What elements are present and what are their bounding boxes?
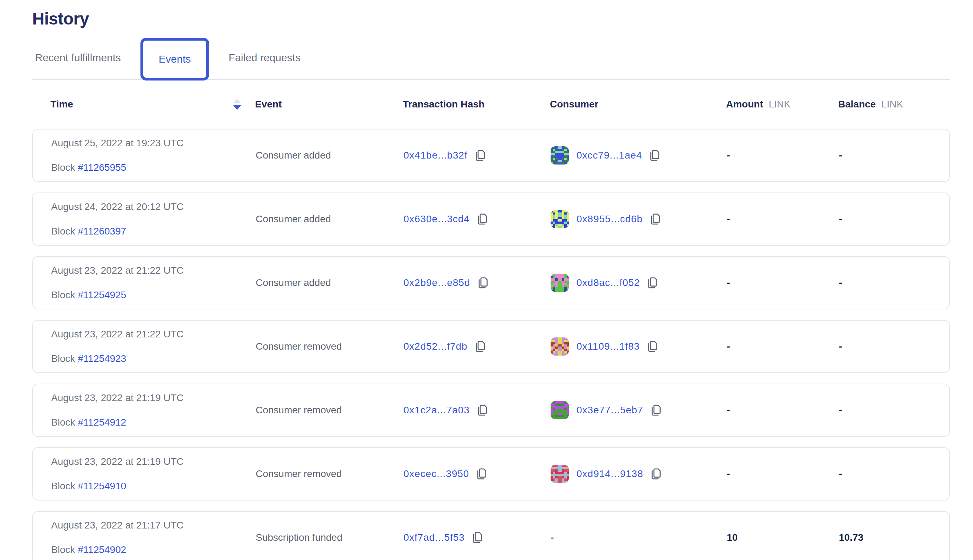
consumer-address-link[interactable]: 0x1109...1f83 [577,341,640,352]
block-number-link[interactable]: #11260397 [78,226,126,237]
event-type: Consumer removed [256,405,403,416]
time-cell: August 23, 2022 at 21:19 UTC Block #1125… [51,457,256,491]
consumer-cell: 0xcc79...1ae4 [551,146,727,165]
consumer-cell: - [551,532,727,543]
consumer-empty-value: - [551,532,554,543]
transaction-hash-link[interactable]: 0x2d52...f7db [403,341,468,352]
copy-icon[interactable] [474,340,486,353]
balance-header-label: Balance [838,99,876,110]
time-cell: August 23, 2022 at 21:22 UTC Block #1125… [51,329,256,363]
block-label: Block [51,162,75,173]
balance-value: - [839,341,931,352]
balance-value: - [839,468,931,480]
balance-unit-label: LINK [881,99,903,110]
consumer-cell: 0xd8ac...f052 [551,274,727,292]
consumer-identicon [551,401,569,419]
copy-icon[interactable] [477,276,488,290]
page-title: History [32,9,950,29]
sort-up-icon [233,99,241,103]
consumer-address-link[interactable]: 0xcc79...1ae4 [577,150,642,161]
history-tabs: Recent fulfillments Events Failed reques… [32,37,950,80]
balance-value: - [839,150,931,161]
event-timestamp: August 23, 2022 at 21:22 UTC [51,266,256,275]
event-timestamp: August 25, 2022 at 19:23 UTC [51,138,256,148]
consumer-identicon [551,337,569,356]
transaction-hash-cell: 0x2b9e...e85d [403,276,551,290]
block-line: Block #11265955 [51,163,256,173]
time-header-label: Time [50,99,73,110]
sort-down-icon [233,105,241,110]
block-label: Block [51,353,75,364]
balance-value: - [839,277,931,288]
block-label: Block [51,417,75,428]
time-cell: August 23, 2022 at 21:22 UTC Block #1125… [51,266,256,300]
tab-events[interactable]: Events [140,38,209,80]
balance-value: 10.73 [839,532,931,543]
block-line: Block #11254923 [51,354,256,363]
transaction-hash-link[interactable]: 0x1c2a...7a03 [403,405,470,416]
transaction-hash-cell: 0xecec...3950 [403,467,551,480]
event-row: August 25, 2022 at 19:23 UTC Block #1126… [32,129,950,182]
amount-value: - [727,150,839,161]
transaction-hash-link[interactable]: 0x630e...3cd4 [403,213,470,225]
copy-icon[interactable] [649,212,661,226]
event-row: August 23, 2022 at 21:19 UTC Block #1125… [32,383,950,437]
column-header-transaction-hash: Transaction Hash [403,99,550,110]
column-header-consumer: Consumer [550,99,726,110]
sort-indicator[interactable] [233,99,241,110]
consumer-address-link[interactable]: 0x3e77...5eb7 [577,405,644,416]
copy-icon[interactable] [474,149,486,162]
block-number-link[interactable]: #11254925 [78,290,126,300]
table-body: August 25, 2022 at 19:23 UTC Block #1126… [32,129,950,560]
block-line: Block #11260397 [51,227,256,236]
amount-header-label: Amount [726,99,763,110]
time-cell: August 23, 2022 at 21:19 UTC Block #1125… [51,393,256,427]
column-header-time: Time [50,99,255,110]
tab-failed-requests[interactable]: Failed requests [226,52,303,64]
consumer-address-link[interactable]: 0x8955...cd6b [577,213,643,225]
copy-icon[interactable] [475,467,487,480]
consumer-address-link[interactable]: 0xd8ac...f052 [577,277,640,288]
block-number-link[interactable]: #11254923 [78,353,126,364]
column-header-event: Event [255,99,403,110]
block-number-link[interactable]: #11254910 [78,480,126,492]
consumer-identicon [551,210,569,228]
event-row: August 23, 2022 at 21:22 UTC Block #1125… [32,320,950,373]
transaction-hash-link[interactable]: 0x2b9e...e85d [403,277,470,288]
amount-value: - [727,341,839,352]
transaction-hash-cell: 0x630e...3cd4 [403,212,551,226]
time-cell: August 25, 2022 at 19:23 UTC Block #1126… [51,138,256,173]
block-number-link[interactable]: #11265955 [78,162,126,173]
tab-recent-fulfillments[interactable]: Recent fulfillments [32,52,124,64]
consumer-identicon [551,274,569,292]
event-type: Consumer added [256,277,403,288]
copy-icon[interactable] [471,531,483,544]
transaction-hash-link[interactable]: 0x41be...b32f [403,150,468,161]
block-number-link[interactable]: #11254902 [78,544,126,555]
block-number-link[interactable]: #11254912 [78,417,126,428]
event-row: August 23, 2022 at 21:17 UTC Block #1125… [32,511,950,560]
amount-unit-label: LINK [769,99,791,110]
copy-icon[interactable] [650,467,662,480]
block-label: Block [51,290,75,300]
history-page: History Recent fulfillments Events Faile… [0,0,973,560]
consumer-address-link[interactable]: 0xd914...9138 [577,468,644,480]
copy-icon[interactable] [476,403,488,417]
copy-icon[interactable] [648,149,660,162]
event-row: August 24, 2022 at 20:12 UTC Block #1126… [32,192,950,246]
copy-icon[interactable] [476,212,488,226]
consumer-cell: 0x3e77...5eb7 [551,401,727,419]
copy-icon[interactable] [646,276,658,290]
transaction-hash-cell: 0x41be...b32f [403,149,551,162]
transaction-hash-link[interactable]: 0xf7ad...5f53 [403,532,465,543]
transaction-hash-link[interactable]: 0xecec...3950 [403,468,469,480]
column-header-balance: Balance LINK [838,99,932,110]
copy-icon[interactable] [646,340,658,353]
event-timestamp: August 23, 2022 at 21:22 UTC [51,329,256,339]
consumer-cell: 0x8955...cd6b [551,210,727,228]
amount-value: - [727,468,839,480]
transaction-hash-cell: 0x2d52...f7db [403,340,551,353]
copy-icon[interactable] [650,403,662,417]
time-cell: August 23, 2022 at 21:17 UTC Block #1125… [51,520,256,555]
event-row: August 23, 2022 at 21:19 UTC Block #1125… [32,447,950,500]
